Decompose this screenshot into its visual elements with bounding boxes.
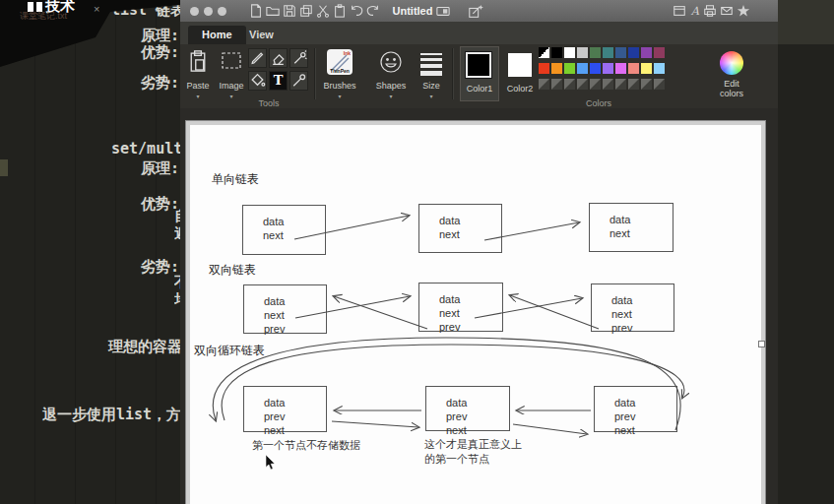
annotation-real-first-1: 这个才是真正意义上: [424, 437, 522, 451]
new-file-icon[interactable]: [249, 4, 263, 18]
note-line: 劣势:: [141, 74, 179, 92]
color-swatch-empty[interactable]: [628, 79, 639, 90]
color-swatch[interactable]: [615, 63, 626, 74]
brushes-icon: Ink ThinPen: [327, 49, 353, 75]
size-button[interactable]: Size ▾: [417, 46, 446, 105]
save-icon[interactable]: [283, 4, 296, 18]
svg-text:A: A: [690, 4, 700, 18]
color-swatch[interactable]: [577, 47, 588, 58]
image-select-icon: [222, 52, 241, 70]
tab-close-button[interactable]: ×: [94, 3, 99, 15]
color-swatch-empty[interactable]: [577, 79, 588, 90]
traffic-light-minimize[interactable]: [204, 7, 213, 16]
print-icon[interactable]: [703, 4, 717, 18]
traffic-light-zoom[interactable]: [218, 7, 226, 16]
size-caret: ▾: [417, 92, 446, 101]
compose-sparkle-icon[interactable]: [468, 4, 483, 20]
color-swatch[interactable]: [615, 47, 626, 58]
paste-icon: [189, 49, 207, 73]
open-folder-icon[interactable]: [266, 4, 280, 18]
edit-colors-button[interactable]: Edit colors: [710, 46, 753, 105]
drawing-canvas[interactable]: 单向链表 双向链表 双向循环链表 datanext datanext datan…: [190, 125, 761, 504]
color1-swatch: [466, 52, 491, 78]
window-icon[interactable]: [673, 4, 686, 18]
star-icon[interactable]: [737, 4, 750, 18]
note-line: 退一步使用list，方便: [42, 406, 196, 423]
color-swatch-empty[interactable]: [551, 79, 562, 90]
mail-icon[interactable]: [720, 4, 734, 18]
traffic-light-close[interactable]: [190, 7, 199, 16]
colors-section-label: Colors: [569, 98, 628, 108]
color-swatch-empty[interactable]: [641, 79, 652, 90]
note-line: 理想的容器: [108, 338, 182, 355]
color-swatch[interactable]: [590, 47, 601, 58]
window-title: Untitled: [383, 5, 442, 17]
color-swatch[interactable]: [641, 47, 652, 58]
edit-colors-label: colors: [710, 89, 753, 98]
title-bar: Untitled A: [180, 0, 778, 22]
color-picker-tool-button[interactable]: [289, 71, 308, 91]
shapes-button[interactable]: Shapes ▾: [373, 46, 409, 105]
color-swatch-empty[interactable]: [539, 79, 549, 90]
canvas-resize-handle[interactable]: [758, 341, 765, 347]
screen-share-icon[interactable]: [436, 4, 450, 18]
color-swatch-empty[interactable]: [603, 79, 613, 90]
copy-icon[interactable]: [299, 4, 313, 18]
color-swatch[interactable]: [654, 63, 665, 74]
image-button[interactable]: Image ▾: [216, 46, 247, 105]
image-label: Image: [216, 81, 247, 91]
color-swatch[interactable]: [564, 63, 575, 74]
next-arrow: [513, 424, 587, 434]
prev-arrow: [510, 295, 599, 329]
shapes-caret: ▾: [373, 92, 409, 101]
color-swatch-empty[interactable]: [564, 79, 575, 90]
terminal-top-right-area: [778, 0, 834, 44]
file-tab-label: 课堂笔记.txt: [20, 11, 67, 21]
paste-clipboard-icon[interactable]: [333, 4, 347, 18]
ribbon-separator: [452, 48, 454, 99]
color-swatch[interactable]: [564, 47, 575, 58]
color-swatch[interactable]: [590, 63, 601, 74]
color-swatch-empty[interactable]: [615, 79, 626, 90]
pencil-tool-button[interactable]: [248, 48, 267, 68]
color-swatch[interactable]: [628, 63, 639, 74]
cut-scissors-icon[interactable]: [316, 4, 330, 18]
color2-button[interactable]: Color2: [501, 46, 539, 105]
next-arrow: [475, 298, 582, 318]
color-palette: [539, 47, 665, 90]
color-swatch[interactable]: [603, 63, 613, 74]
color-swatch[interactable]: [628, 47, 639, 58]
paste-label: Paste: [182, 81, 214, 91]
color-swatch[interactable]: [539, 47, 549, 58]
color-swatch[interactable]: [577, 63, 588, 74]
color-swatch[interactable]: [551, 47, 562, 58]
next-arrow: [332, 421, 418, 427]
paste-caret: ▾: [182, 92, 214, 101]
color-swatch-empty[interactable]: [654, 79, 665, 90]
color-swatch[interactable]: [539, 63, 549, 74]
redo-icon[interactable]: [366, 4, 380, 18]
fill-tool-button[interactable]: [248, 71, 267, 91]
text-tool-button[interactable]: T: [269, 71, 288, 91]
brush-thinpen-label: ThinPen: [327, 68, 353, 74]
next-arrow: [484, 222, 579, 240]
brushes-button[interactable]: Ink ThinPen Brushes ▾: [320, 46, 359, 105]
color2-swatch: [508, 53, 532, 77]
color1-button[interactable]: Color1: [460, 46, 499, 101]
tools-section-label: Tools: [239, 98, 298, 108]
size-icon: [420, 64, 442, 68]
paste-button[interactable]: Paste ▾: [182, 46, 214, 105]
undo-icon[interactable]: [350, 4, 363, 18]
color-swatch-empty[interactable]: [590, 79, 601, 90]
color-swatch[interactable]: [551, 63, 562, 74]
color-swatch[interactable]: [603, 47, 613, 58]
color-swatch[interactable]: [641, 63, 652, 74]
eraser-tool-button[interactable]: [269, 48, 288, 68]
circular-link-arc: [222, 345, 684, 420]
shapes-smiley-icon: [379, 50, 403, 74]
note-line: 原理:: [141, 159, 179, 177]
tab-view[interactable]: View: [235, 26, 288, 44]
text-style-icon[interactable]: A: [688, 4, 702, 18]
color-swatch[interactable]: [654, 47, 665, 58]
airbrush-tool-button[interactable]: [289, 48, 308, 68]
